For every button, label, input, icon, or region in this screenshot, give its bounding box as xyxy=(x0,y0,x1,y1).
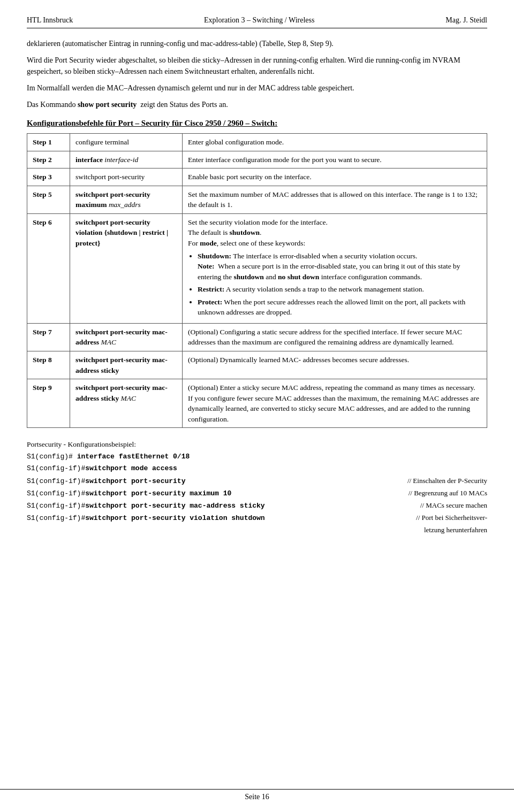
step6-bullets: Shutdown: The interface is error-disable… xyxy=(198,251,481,318)
code-text: S1(config-if)#switchport port-security m… xyxy=(27,488,231,500)
bullet-protect: Protect: When the port secure addresses … xyxy=(198,297,481,318)
page-number: Seite 16 xyxy=(245,793,269,801)
paragraph-1: deklarieren (automatischer Eintrag in ru… xyxy=(27,38,487,49)
step-label: Step 3 xyxy=(27,168,70,186)
paragraph-2: Wird die Port Security wieder abgeschalt… xyxy=(27,55,487,77)
code-line-5: S1(config-if)#switchport port-security m… xyxy=(27,500,487,512)
step-label: Step 9 xyxy=(27,379,70,428)
step-label: Step 1 xyxy=(27,134,70,151)
description-cell: Enter interface configuration mode for t… xyxy=(183,151,487,168)
table-row: Step 2 interface interface-id Enter inte… xyxy=(27,151,487,168)
config-table: Step 1 configure terminal Enter global c… xyxy=(27,133,487,428)
table-row: Step 9 switchport port-security mac-addr… xyxy=(27,379,487,428)
table-row: Step 8 switchport port-security mac-addr… xyxy=(27,351,487,379)
command-cell: configure terminal xyxy=(70,134,183,151)
bullet-shutdown: Shutdown: The interface is error-disable… xyxy=(198,251,481,282)
description-cell: (Optional) Dynamically learned MAC- addr… xyxy=(183,351,487,379)
code-text: S1(config-if)#switchport port-security m… xyxy=(27,500,265,512)
step6-intro: Set the security violation mode for the … xyxy=(188,218,328,226)
description-cell: Enable basic port security on the interf… xyxy=(183,168,487,186)
show-port-security-keyword: show port security xyxy=(78,101,137,109)
step6-mode: For mode, select one of these keywords: xyxy=(188,239,305,247)
page-footer: Seite 16 xyxy=(0,789,514,801)
command-cell: switchport port-security mac-address MAC xyxy=(70,323,183,351)
code-line-4: S1(config-if)#switchport port-security m… xyxy=(27,487,487,500)
code-comment: // MACs secure machen xyxy=(420,500,487,511)
table-row: Step 1 configure terminal Enter global c… xyxy=(27,134,487,151)
code-text: S1(config-if)#switchport port-security xyxy=(27,476,185,487)
page-header: HTL Innsbruck Exploration 3 – Switching … xyxy=(27,16,487,28)
code-line-3: S1(config-if)#switchport port-security /… xyxy=(27,475,487,487)
section-heading: Konfigurationsbefehle für Port – Securit… xyxy=(27,119,487,128)
table-row: Step 5 switchport port-security maximum … xyxy=(27,186,487,213)
code-text: S1(config-if)#switchport mode access xyxy=(27,463,177,474)
description-cell-complex: Set the security violation mode for the … xyxy=(183,213,487,323)
command-cell: interface interface-id xyxy=(70,151,183,168)
table-row: Step 3 switchport port-security Enable b… xyxy=(27,168,487,186)
code-comment: // Begrenzung auf 10 MACs xyxy=(409,487,487,499)
paragraph-3: Im Normalfall werden die MAC–Adressen dy… xyxy=(27,82,487,94)
code-section: Portsecurity - Konfigurationsbeispiel: S… xyxy=(27,439,487,536)
bullet-restrict: Restrict: A security violation sends a t… xyxy=(198,284,481,295)
table-row: Step 7 switchport port-security mac-addr… xyxy=(27,323,487,351)
command-cell: switchport port-security mac-address sti… xyxy=(70,351,183,379)
code-comment: letzung herunterfahren xyxy=(424,524,487,536)
code-text: S1(config)# interface fastEthernet 0/18 xyxy=(27,451,190,463)
table-row: Step 6 switchport port-security violatio… xyxy=(27,213,487,323)
command-cell: switchport port-security violation {shut… xyxy=(70,213,183,323)
header-left: HTL Innsbruck xyxy=(27,16,73,25)
header-right: Mag. J. Steidl xyxy=(445,16,487,25)
description-cell: (Optional) Configuring a static secure a… xyxy=(183,323,487,351)
command-cell: switchport port-security xyxy=(70,168,183,186)
code-comment: // Port bei Sicherheitsver- xyxy=(416,512,487,524)
step-label: Step 8 xyxy=(27,351,70,379)
step-label: Step 7 xyxy=(27,323,70,351)
command-cell: switchport port-security mac-address sti… xyxy=(70,379,183,428)
code-line-1: S1(config)# interface fastEthernet 0/18 xyxy=(27,451,487,463)
step-label: Step 6 xyxy=(27,213,70,323)
step-label: Step 5 xyxy=(27,186,70,213)
step6-default: The default is shutdown. xyxy=(188,228,261,236)
code-line-6: S1(config-if)#switchport port-security v… xyxy=(27,512,487,524)
paragraph-4: Das Kommando show port security zeigt de… xyxy=(27,99,487,110)
description-cell: Enter global configuration mode. xyxy=(183,134,487,151)
code-intro: Portsecurity - Konfigurationsbeispiel: xyxy=(27,439,487,451)
code-comment: // Einschalten der P-Security xyxy=(407,475,487,487)
step-label: Step 2 xyxy=(27,151,70,168)
description-cell: (Optional) Enter a sticky secure MAC add… xyxy=(183,379,487,428)
code-line-2: S1(config-if)#switchport mode access xyxy=(27,463,487,474)
page: HTL Innsbruck Exploration 3 – Switching … xyxy=(0,0,514,812)
command-cell: switchport port-security maximum max_add… xyxy=(70,186,183,213)
code-text: S1(config-if)#switchport port-security v… xyxy=(27,512,265,524)
code-line-7: letzung herunterfahren xyxy=(27,524,487,536)
header-center: Exploration 3 – Switching / Wireless xyxy=(73,16,445,25)
description-cell: Set the maximum number of MAC addresses … xyxy=(183,186,487,213)
